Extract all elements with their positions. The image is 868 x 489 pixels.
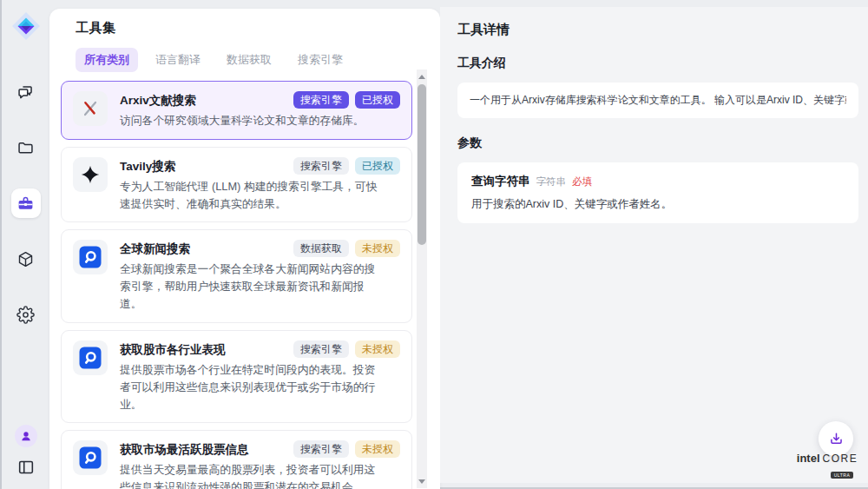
parameter-name: 查询字符串 xyxy=(471,174,530,189)
arxiv-tool-icon xyxy=(73,91,108,126)
auth-badge: 未授权 xyxy=(355,240,400,257)
parameter-required-flag: 必填 xyxy=(572,175,592,188)
sidebar-item-models[interactable] xyxy=(11,244,41,274)
page-title: 工具集 xyxy=(76,20,414,36)
category-badge: 搜索引擎 xyxy=(293,91,349,109)
tool-title: 全球新闻搜索 xyxy=(120,240,293,257)
chat-icon xyxy=(16,83,35,102)
list-scrollbar[interactable] xyxy=(417,69,427,488)
tab-1[interactable]: 语言翻译 xyxy=(147,48,209,72)
sidebar-item-settings[interactable] xyxy=(11,300,41,329)
sidebar xyxy=(2,0,49,489)
sparkle-star-icon xyxy=(79,163,102,186)
scrollbar-thumb[interactable] xyxy=(418,84,426,245)
tools-list-panel: 工具集 所有类别语言翻译数据获取搜索引擎 Arxiv文献搜索 搜索引擎 已授权 … xyxy=(49,9,440,489)
tool-detail-panel: 工具详情 工具介绍 一个用于从Arxiv存储库搜索科学论文和文章的工具。 输入可… xyxy=(440,7,868,483)
download-icon xyxy=(828,431,845,447)
tool-description: 访问各个研究领域大量科学论文和文章的存储库。 xyxy=(120,112,382,129)
tavily-tool-icon xyxy=(73,157,108,192)
app-window: 工具集 所有类别语言翻译数据获取搜索引擎 Arxiv文献搜索 搜索引擎 已授权 … xyxy=(0,0,868,489)
arxiv-icon xyxy=(79,97,102,120)
core-brand-text: CORE xyxy=(823,453,858,465)
folder-icon xyxy=(16,139,35,157)
search-blue-tool-icon xyxy=(73,340,108,375)
user-avatar[interactable] xyxy=(15,425,37,447)
detail-panel-title: 工具详情 xyxy=(457,22,857,38)
user-icon xyxy=(19,429,33,443)
tab-2[interactable]: 数据获取 xyxy=(218,48,280,72)
tool-description: 专为人工智能代理 (LLM) 构建的搜索引擎工具，可快速提供实时、准确和真实的结… xyxy=(120,178,382,213)
app-logo gem-logo-icon xyxy=(11,11,41,41)
parameter-card: 查询字符串 字符串 必填 用于搜索的Arxiv ID、关键字或作者姓名。 xyxy=(457,162,858,223)
intro-heading: 工具介绍 xyxy=(457,56,857,71)
tool-title: Arxiv文献搜索 xyxy=(120,91,293,109)
tools-list: Arxiv文献搜索 搜索引擎 已授权 访问各个研究领域大量科学论文和文章的存储库… xyxy=(49,72,440,489)
auth-badge: 已授权 xyxy=(355,91,400,109)
category-tabs: 所有类别语言翻译数据获取搜索引擎 xyxy=(76,48,414,72)
sidebar-nav xyxy=(11,77,41,329)
intel-core-ultra-logo: intel CORE ULTRA xyxy=(797,452,858,480)
ultra-badge: ULTRA xyxy=(831,472,854,479)
cube-icon xyxy=(16,250,35,268)
search-icon xyxy=(79,446,102,469)
tool-description: 提供当天交易量最高的股票列表，投资者可以利用这些信息来识别流动性强的股票和潜在的… xyxy=(120,461,382,489)
intro-text: 一个用于从Arxiv存储库搜索科学论文和文章的工具。 输入可以是Arxiv ID… xyxy=(470,93,846,108)
parameter-type: 字符串 xyxy=(536,175,567,188)
sidebar-item-files[interactable] xyxy=(11,133,41,162)
panel-toggle-button[interactable] xyxy=(16,458,36,477)
scrollbar-up-arrow[interactable] xyxy=(417,71,427,82)
tool-card-0[interactable]: Arxiv文献搜索 搜索引擎 已授权 访问各个研究领域大量科学论文和文章的存储库… xyxy=(61,81,412,140)
category-badge: 搜索引擎 xyxy=(293,157,349,175)
auth-badge: 未授权 xyxy=(355,440,400,458)
search-icon xyxy=(79,246,102,268)
tool-title: 获取市场最活跃股票信息 xyxy=(120,440,293,458)
search-blue-tool-icon xyxy=(73,440,108,475)
tool-card-3[interactable]: 获取股市各行业表现 搜索引擎 未授权 提供股票市场各个行业在特定时间段内的表现。… xyxy=(61,330,412,423)
sidebar-item-chat[interactable] xyxy=(11,77,41,107)
tool-title: Tavily搜索 xyxy=(120,157,293,175)
tool-description: 提供股票市场各个行业在特定时间段内的表现。投资者可以利用这些信息来识别表现优于或… xyxy=(120,361,382,413)
category-badge: 搜索引擎 xyxy=(293,340,349,358)
intel-brand-text: intel xyxy=(797,452,820,465)
tool-description: 全球新闻搜索是一个聚合全球各大新闻网站内容的搜索引擎，帮助用户快速获取全球最新资… xyxy=(120,261,382,312)
sidebar-bottom xyxy=(15,425,37,489)
scrollbar-down-arrow[interactable] xyxy=(417,476,427,486)
panel-toggle-icon xyxy=(16,458,36,477)
category-badge: 搜索引擎 xyxy=(293,440,349,458)
gear-icon xyxy=(16,306,35,324)
sidebar-item-tools[interactable] xyxy=(11,188,41,218)
toolbox-icon xyxy=(16,195,35,213)
tab-3[interactable]: 搜索引擎 xyxy=(289,48,352,72)
category-badge: 数据获取 xyxy=(293,240,349,257)
tool-title: 获取股市各行业表现 xyxy=(120,340,293,358)
tool-card-2[interactable]: 全球新闻搜索 数据获取 未授权 全球新闻搜索是一个聚合全球各大新闻网站内容的搜索… xyxy=(61,229,412,322)
tool-card-1[interactable]: Tavily搜索 搜索引擎 已授权 专为人工智能代理 (LLM) 构建的搜索引擎… xyxy=(61,147,412,223)
params-heading: 参数 xyxy=(457,135,857,151)
intro-box: 一个用于从Arxiv存储库搜索科学论文和文章的工具。 输入可以是Arxiv ID… xyxy=(457,83,858,118)
parameter-description: 用于搜索的Arxiv ID、关键字或作者姓名。 xyxy=(471,197,845,212)
download-button[interactable] xyxy=(819,421,853,456)
tab-0[interactable]: 所有类别 xyxy=(76,48,138,72)
search-blue-tool-icon xyxy=(73,240,108,274)
auth-badge: 已授权 xyxy=(355,157,400,175)
search-icon xyxy=(79,347,102,369)
tool-card-4[interactable]: 获取市场最活跃股票信息 搜索引擎 未授权 提供当天交易量最高的股票列表，投资者可… xyxy=(61,430,412,489)
auth-badge: 未授权 xyxy=(355,340,400,358)
